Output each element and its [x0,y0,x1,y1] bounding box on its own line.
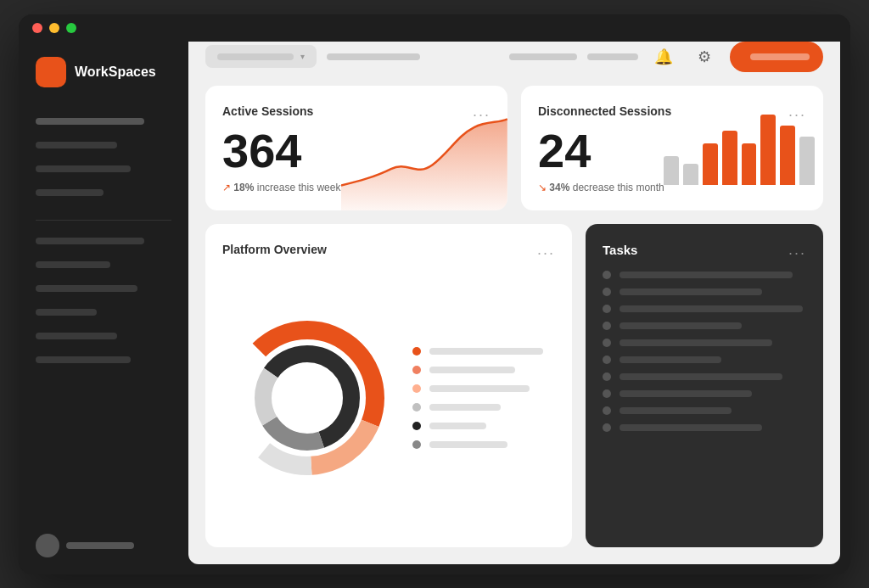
active-sessions-label: increase this week [257,182,341,193]
task-bar-1 [620,272,793,278]
legend-item-6 [412,440,555,449]
task-circle-10 [603,423,611,432]
disconnected-sessions-pct: 34% [549,182,569,193]
disconnected-sessions-title: Disconnected Sessions [538,104,671,118]
filter-dropdown[interactable]: ▾ [205,45,317,68]
sidebar-item[interactable] [36,189,104,196]
tasks-header: Tasks ... [603,241,806,259]
task-bar-2 [620,288,762,295]
task-item-8 [603,389,806,398]
legend-dot-3 [412,384,421,393]
task-item-6 [603,356,806,364]
cta-button[interactable] [730,42,823,72]
donut-chart [222,313,392,483]
gear-icon: ⚙ [698,48,711,66]
tasks-list [603,271,806,440]
task-bar-4 [620,322,742,329]
active-sessions-title: Active Sessions [222,104,313,118]
task-item-9 [603,406,806,415]
donut-svg [222,313,392,483]
task-circle-9 [603,406,611,415]
bar-6 [760,115,776,184]
header-right: 🔔 ⚙ [509,42,823,72]
active-sessions-pct: 18% [233,182,254,193]
legend-dot-2 [412,366,421,374]
disconnected-sessions-arrow: ↘ [538,182,547,193]
platform-overview-menu[interactable]: ... [537,241,555,259]
tasks-title: Tasks [603,243,637,257]
legend-bar-6 [429,441,507,448]
user-name-bar [66,542,134,549]
legend-item-5 [412,422,555,430]
dropdown-label-bar [217,53,294,60]
task-circle-4 [603,322,611,330]
task-circle-5 [603,339,611,347]
bar-8 [799,137,815,184]
task-circle-3 [603,305,611,313]
task-item-3 [603,305,806,313]
sidebar-item[interactable] [36,333,117,339]
bell-button[interactable]: 🔔 [648,42,679,72]
task-bar-6 [620,356,721,363]
sidebar-item[interactable] [36,165,131,172]
legend-bar-2 [429,367,515,373]
bar-4 [722,131,737,184]
task-item-10 [603,423,806,432]
disconnected-sessions-chart [664,103,815,193]
task-item-7 [603,372,806,381]
header-right-bar2 [587,53,638,60]
task-item-1 [603,271,806,279]
header-left: ▾ [205,45,420,68]
task-bar-3 [620,305,803,312]
top-cards: Active Sessions ... 364 ↗ 18% increase t… [205,86,823,210]
legend-item-4 [412,403,555,412]
legend-bar-3 [429,385,530,392]
app-logo: WorkSpaces [36,57,171,87]
settings-button[interactable]: ⚙ [689,42,720,72]
task-bar-10 [620,424,762,431]
logo-icon [36,57,66,87]
task-circle-7 [603,372,611,381]
sidebar-item[interactable] [36,118,144,125]
window-maximize-dot[interactable] [66,23,76,33]
legend-dot-5 [412,422,421,430]
app-name: WorkSpaces [75,64,156,80]
task-circle-8 [603,389,611,398]
header: ▾ 🔔 ⚙ [205,42,823,72]
disconnected-sessions-card: Disconnected Sessions ... 24 ↘ 34% decre… [521,86,823,210]
task-circle-6 [603,356,611,364]
active-sessions-chart [341,86,507,210]
task-bar-7 [620,373,782,380]
tasks-card: Tasks ... [586,224,823,547]
sidebar-item[interactable] [36,261,110,268]
active-sessions-arrow: ↗ [222,182,231,193]
bar-3 [703,143,718,185]
task-item-5 [603,339,806,347]
user-avatar [36,534,59,557]
header-right-bar1 [509,53,577,60]
sidebar-item[interactable] [36,285,137,292]
bar-7 [780,126,795,185]
window-minimize-dot[interactable] [49,23,59,33]
task-circle-1 [603,271,611,279]
window-close-dot[interactable] [32,23,42,33]
task-item-2 [603,288,806,296]
sidebar-item[interactable] [36,356,131,363]
sidebar-item[interactable] [36,238,144,244]
sidebar-nav-group-2 [36,234,171,367]
sidebar-item[interactable] [36,142,117,148]
cta-label-bar [750,53,810,60]
bar-2 [683,164,698,184]
legend-dot-4 [412,403,421,412]
disconnected-sessions-label: decrease this month [573,182,664,193]
main-content: ▾ 🔔 ⚙ A [188,25,840,564]
legend-dot-1 [412,347,421,356]
platform-overview-header: Platform Overview ... [222,241,555,259]
active-sessions-card: Active Sessions ... 364 ↗ 18% increase t… [205,86,507,210]
task-item-4 [603,322,806,330]
tasks-menu[interactable]: ... [788,241,806,259]
chevron-down-icon: ▾ [300,52,305,61]
sidebar-footer [36,534,171,557]
sidebar-item[interactable] [36,309,97,316]
platform-overview-body [222,266,555,530]
